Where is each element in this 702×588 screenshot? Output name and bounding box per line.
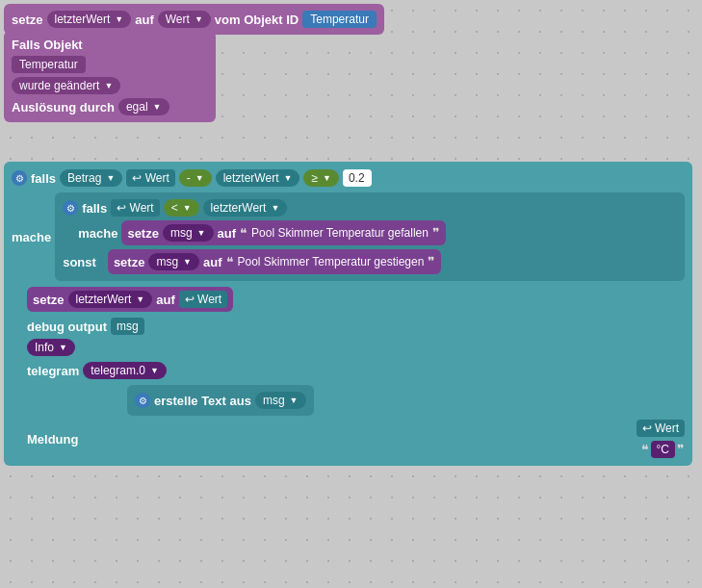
celsius-value: °C [651, 441, 675, 458]
meldung-section: Meldung ↩ Wert ❝ °C ❞ [27, 420, 685, 458]
minus-pill[interactable]: - [179, 169, 212, 187]
auf-label: auf [135, 13, 154, 27]
setze-label: setze [12, 13, 43, 27]
setze-msg-block: setze msg auf ❝ Pool Skimmer Temperatur … [121, 220, 446, 245]
letzterWert4-pill[interactable]: letzterWert [68, 291, 153, 308]
wert5-connector: ↩ Wert [637, 420, 685, 437]
meldung-label: Meldung [27, 432, 78, 447]
falls-label: falls [31, 171, 56, 186]
lt-pill[interactable]: < [164, 199, 199, 217]
quote-close-2: ❞ [428, 254, 435, 269]
quote-open-2: ❝ [226, 254, 234, 269]
telegram-label: telegram [27, 364, 79, 378]
falls-objekt-block: Falls Objekt Temperatur wurde geändert A… [4, 31, 216, 122]
msg-pill[interactable]: msg [163, 224, 214, 242]
value-02[interactable]: 0.2 [343, 169, 372, 187]
inner-falls-block: ⚙ falls ↩ Wert < letzterWert mache setze… [55, 192, 685, 281]
setze4-label: setze [33, 293, 65, 307]
letzterWert-pill[interactable]: letzterWert [47, 11, 132, 28]
falls-objekt-label: Falls Objekt [12, 38, 83, 52]
msg3-connector: msg [111, 318, 144, 335]
msg2-pill[interactable]: msg [148, 253, 199, 270]
mache-label: mache [12, 230, 51, 244]
msg4-pill[interactable]: msg [255, 392, 306, 409]
vom-label: vom Objekt ID [215, 13, 299, 27]
gear-icon-2: ⚙ [63, 200, 78, 216]
egal-pill[interactable]: egal [118, 98, 169, 115]
wert-pill[interactable]: Wert [158, 11, 211, 28]
wert4-connector: ↩ Wert [179, 291, 227, 308]
temperatur-label: Temperatur [12, 56, 86, 73]
info-pill[interactable]: Info [27, 339, 75, 356]
auf2-label: auf [218, 226, 237, 241]
pool-gestiegen-text: Pool Skimmer Temperatur gestiegen [238, 255, 425, 268]
setze3-label: setze [114, 255, 145, 269]
gear-icon-3: ⚙ [135, 393, 150, 408]
temperatur-id-value: Temperatur [302, 11, 377, 28]
erstelle-label: erstelle Text aus [154, 394, 251, 408]
setze-msg-block2: setze msg auf ❝ Pool Skimmer Temperatur … [108, 249, 442, 274]
pool-gefallen-text: Pool Skimmer Temperatur gefallen [251, 226, 429, 240]
quote-close-3: ❞ [677, 442, 685, 457]
auf4-label: auf [156, 293, 175, 307]
erstelle-section: ⚙ erstelle Text aus msg [127, 385, 685, 416]
wurde-geaendert-pill[interactable]: wurde geändert [12, 77, 120, 94]
wert2-connector: ↩ Wert [111, 199, 159, 217]
auf3-label: auf [203, 255, 222, 269]
falls2-label: falls [82, 201, 107, 216]
wert-connector: ↩ Wert [126, 169, 174, 187]
setze-letzterWert-block: setze letzterWert auf ↩ Wert [27, 287, 233, 312]
mache-section: mache ⚙ falls ↩ Wert < letzterWert mache [12, 192, 685, 458]
mache2-label: mache [78, 226, 117, 241]
telegram-node-pill[interactable]: telegram.0 [83, 362, 167, 379]
quote-close-1: ❞ [432, 225, 440, 241]
debug-output-label: debug output [27, 320, 107, 334]
main-teal-block: ⚙ falls Betrag ↩ Wert - letzterWert ≥ 0.… [4, 162, 692, 466]
sonst-label: sonst [63, 255, 96, 269]
betrag-pill[interactable]: Betrag [60, 169, 122, 187]
setze2-label: setze [127, 226, 159, 241]
quote-open-3: ❝ [641, 442, 649, 457]
gear-icon-1: ⚙ [12, 170, 27, 186]
gte-pill[interactable]: ≥ [303, 169, 339, 187]
letzterWert2-pill[interactable]: letzterWert [203, 199, 288, 217]
letzterWert-pill2[interactable]: letzterWert [216, 169, 300, 187]
quote-open-1: ❝ [240, 225, 247, 241]
auslosung-label: Auslösung durch [12, 100, 115, 115]
erstelle-block: ⚙ erstelle Text aus msg [127, 385, 314, 416]
